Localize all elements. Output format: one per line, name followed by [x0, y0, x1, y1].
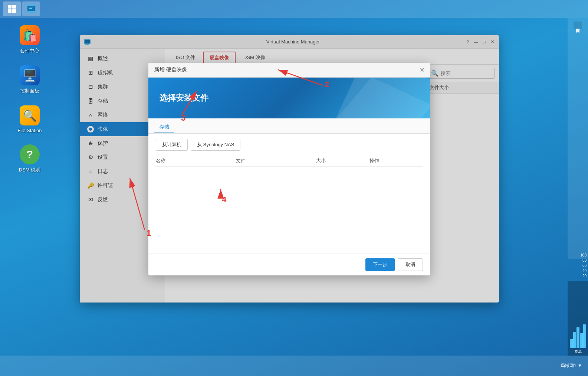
taskbar-vmm-app[interactable] — [22, 1, 40, 16]
desktop-icon-file-station[interactable]: 🔍 File Station — [13, 105, 46, 133]
cancel-button[interactable]: 取消 — [398, 258, 423, 271]
desktop-icon-dsm-help[interactable]: ? DSM 说明 — [13, 144, 46, 173]
right-panel: 状况监控 — [568, 18, 588, 259]
file-col-size: 大小 — [316, 157, 369, 164]
file-col-ops: 操作 — [369, 157, 423, 164]
svg-rect-2 — [29, 7, 33, 7]
desktop: 🛍️ 套件中心 🖥️ 控制面板 🔍 File Station ? DSM 说明 — [0, 18, 59, 354]
dialog-title: 新增 硬盘映像 — [154, 66, 187, 73]
dialog-overlay: 新增 硬盘映像 ✕ 选择安装文件 存储 从计算机 — [80, 35, 499, 303]
file-col-file: 文件 — [236, 157, 316, 164]
banner-decoration — [319, 78, 430, 118]
status-monitor-btn[interactable]: 状况监控 — [574, 22, 582, 29]
dialog-banner-title: 选择安装文件 — [160, 92, 208, 104]
dialog-titlebar: 新增 硬盘映像 ✕ — [148, 63, 430, 78]
bar-5 — [583, 324, 586, 348]
dialog-body: 从计算机 从 Synology NAS 名称 文件 大小 操作 — [148, 134, 430, 254]
chart-numbers: 100 80 60 40 20 — [568, 252, 588, 279]
taskbar — [0, 0, 588, 18]
from-nas-button[interactable]: 从 Synology NAS — [191, 139, 240, 151]
bottom-bar: 局域网1 ▼ — [0, 356, 588, 376]
dialog-tab-bar: 存储 — [148, 118, 430, 134]
desktop-icon-control-panel[interactable]: 🖥️ 控制面板 — [13, 65, 46, 94]
control-panel-label: 控制面板 — [20, 88, 39, 94]
new-disk-image-dialog: 新增 硬盘映像 ✕ 选择安装文件 存储 从计算机 — [148, 63, 430, 275]
file-col-name: 名称 — [156, 157, 236, 164]
chart-bars — [570, 318, 586, 348]
bar-4 — [580, 333, 583, 348]
vmm-window: Virtual Machine Manager ? — □ ✕ ▦ 概述 ⊞ 虚… — [80, 35, 499, 303]
desktop-icon-suite-center[interactable]: 🛍️ 套件中心 — [13, 25, 46, 54]
dialog-footer: 下一步 取消 — [148, 254, 430, 275]
dialog-banner: 选择安装文件 — [148, 78, 430, 118]
chart-panel: 资源 — [568, 281, 588, 356]
bottom-bar-text: 局域网1 ▼ — [561, 363, 582, 369]
chart-label: 资源 — [574, 349, 582, 354]
bar-2 — [573, 332, 576, 348]
taskbar-grid-app[interactable] — [3, 1, 21, 16]
dialog-file-table-header: 名称 文件 大小 操作 — [156, 155, 423, 167]
dialog-file-list — [156, 167, 423, 248]
dialog-tab-storage[interactable]: 存储 — [154, 121, 174, 133]
source-buttons: 从计算机 从 Synology NAS — [156, 139, 423, 151]
bar-3 — [576, 327, 579, 348]
from-computer-button[interactable]: 从计算机 — [156, 139, 188, 151]
svg-rect-3 — [29, 8, 32, 9]
svg-rect-5 — [29, 12, 34, 12]
file-station-label: File Station — [17, 128, 42, 133]
suite-center-label: 套件中心 — [20, 48, 39, 54]
dsm-help-label: DSM 说明 — [19, 167, 41, 173]
next-button[interactable]: 下一步 — [365, 258, 395, 271]
bar-1 — [570, 339, 573, 348]
dialog-close-button[interactable]: ✕ — [420, 66, 424, 73]
